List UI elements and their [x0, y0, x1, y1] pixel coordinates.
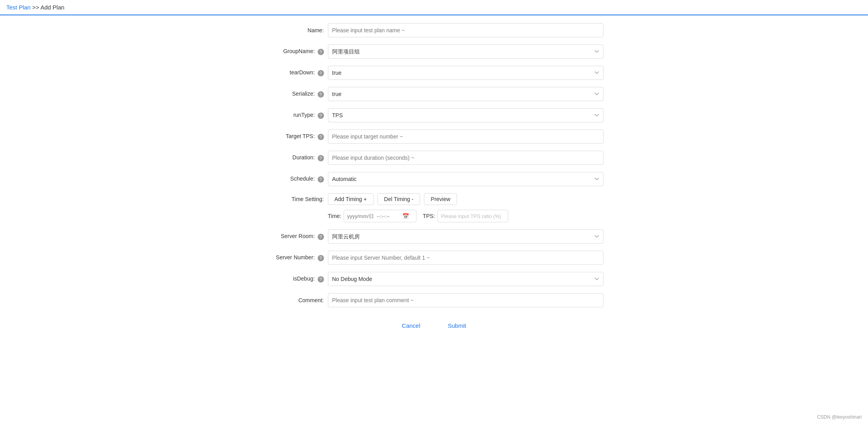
- target-tps-label: Target TPS: ?: [265, 133, 328, 140]
- schedule-row: Schedule: ? Automatic Manual: [265, 172, 603, 186]
- server-number-label: Server Number: ?: [265, 254, 328, 261]
- runtype-help-icon[interactable]: ?: [318, 113, 324, 119]
- target-tps-row: Target TPS: ?: [265, 129, 603, 144]
- server-number-input[interactable]: [328, 251, 603, 265]
- target-tps-input[interactable]: [328, 129, 603, 144]
- teardown-help-icon[interactable]: ?: [318, 70, 324, 76]
- serialize-label: Serialize: ?: [265, 91, 328, 97]
- runtype-label: runType: ?: [265, 112, 328, 118]
- watermark: CSDN @leeyoshinari: [817, 414, 862, 420]
- comment-label: Comment:: [265, 297, 328, 303]
- isdebug-select[interactable]: No Debug Mode Debug Mode: [328, 272, 603, 286]
- breadcrumb-separator: >>: [31, 4, 41, 11]
- time-setting-buttons-row: Time Setting: Add Timing + Del Timing - …: [265, 193, 603, 205]
- comment-input[interactable]: [328, 293, 603, 307]
- server-room-label: Server Room: ?: [265, 233, 328, 240]
- server-room-row: Server Room: ? 阿里云机房 其他机房: [265, 229, 603, 244]
- add-timing-button[interactable]: Add Timing +: [328, 193, 374, 205]
- breadcrumb-link[interactable]: Test Plan: [6, 4, 31, 11]
- comment-row: Comment:: [265, 293, 603, 307]
- preview-button[interactable]: Preview: [424, 193, 457, 205]
- calendar-icon[interactable]: 📅: [402, 213, 409, 219]
- serialize-help-icon[interactable]: ?: [318, 91, 324, 98]
- name-input[interactable]: [328, 23, 603, 37]
- teardown-select[interactable]: true false: [328, 66, 603, 80]
- server-room-help-icon[interactable]: ?: [318, 234, 324, 240]
- tps-ratio-label: TPS:: [423, 213, 435, 219]
- time-input[interactable]: [347, 213, 402, 219]
- time-field-label: Time:: [328, 213, 341, 219]
- server-room-select[interactable]: 阿里云机房 其他机房: [328, 229, 603, 244]
- del-timing-button[interactable]: Del Timing -: [378, 193, 420, 205]
- footer-buttons: Cancel Submit: [265, 319, 603, 344]
- time-setting-sub-row: Time: 📅 TPS:: [265, 210, 603, 222]
- tps-ratio-input[interactable]: [437, 210, 508, 222]
- groupname-help-icon[interactable]: ?: [318, 49, 324, 55]
- time-setting-label: Time Setting:: [265, 196, 328, 202]
- serialize-select[interactable]: true false: [328, 87, 603, 101]
- runtype-select[interactable]: TPS Concurrency: [328, 108, 603, 122]
- groupname-select[interactable]: 阿里项目组 其他项目组: [328, 44, 603, 59]
- groupname-label: GroupName: ?: [265, 48, 328, 55]
- duration-input[interactable]: [328, 151, 603, 165]
- duration-row: Duration: ?: [265, 151, 603, 165]
- teardown-label: tearDown: ?: [265, 69, 328, 76]
- serialize-row: Serialize: ? true false: [265, 87, 603, 101]
- isdebug-help-icon[interactable]: ?: [318, 276, 324, 283]
- time-setting-section: Time Setting: Add Timing + Del Timing - …: [265, 193, 603, 222]
- target-tps-help-icon[interactable]: ?: [318, 134, 324, 140]
- time-input-group: Time: 📅: [328, 210, 416, 222]
- schedule-help-icon[interactable]: ?: [318, 176, 324, 183]
- tps-ratio-group: TPS:: [423, 210, 508, 222]
- timing-buttons-group: Add Timing + Del Timing - Preview: [328, 193, 603, 205]
- breadcrumb-current: Add Plan: [41, 4, 65, 11]
- teardown-row: tearDown: ? true false: [265, 66, 603, 80]
- server-number-help-icon[interactable]: ?: [318, 255, 324, 261]
- isdebug-row: isDebug: ? No Debug Mode Debug Mode: [265, 272, 603, 286]
- schedule-label: Schedule: ?: [265, 175, 328, 182]
- schedule-select[interactable]: Automatic Manual: [328, 172, 603, 186]
- name-label: Name:: [265, 27, 328, 33]
- breadcrumb: Test Plan >> Add Plan: [0, 0, 868, 15]
- submit-button[interactable]: Submit: [440, 319, 474, 332]
- duration-help-icon[interactable]: ?: [318, 155, 324, 161]
- name-row: Name:: [265, 23, 603, 37]
- runtype-row: runType: ? TPS Concurrency: [265, 108, 603, 122]
- cancel-button[interactable]: Cancel: [394, 319, 428, 332]
- server-number-row: Server Number: ?: [265, 251, 603, 265]
- add-plan-form: Name: GroupName: ? 阿里项目组 其他项目组 tearDown:…: [257, 23, 611, 344]
- duration-label: Duration: ?: [265, 154, 328, 161]
- isdebug-label: isDebug: ?: [265, 275, 328, 282]
- groupname-row: GroupName: ? 阿里项目组 其他项目组: [265, 44, 603, 59]
